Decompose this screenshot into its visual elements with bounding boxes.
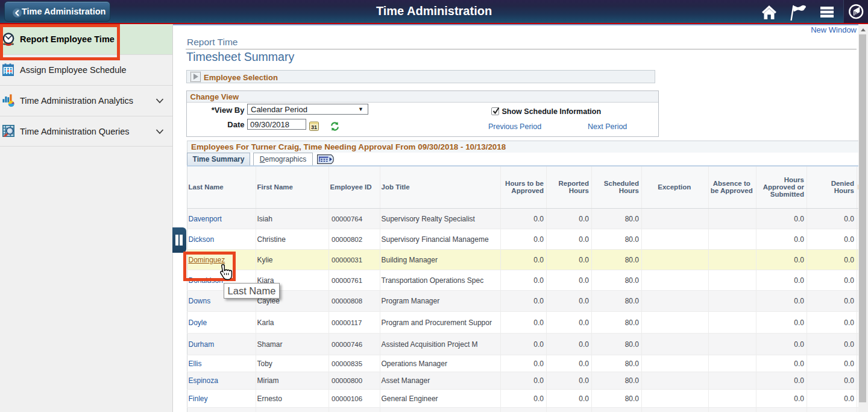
svg-text:31: 31 bbox=[311, 124, 317, 130]
